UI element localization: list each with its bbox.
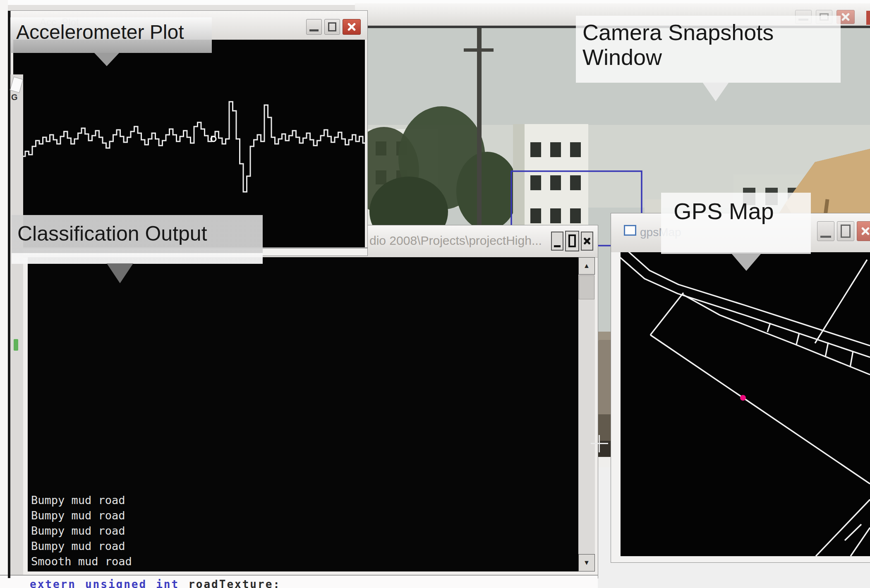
console-scrollbar[interactable]: ▲ ▼ <box>578 257 595 571</box>
accelerometer-callout-tail <box>94 53 119 66</box>
gps-callout-text: GPS Map <box>661 193 811 225</box>
code-line: externunsignedintroadTexture; <box>30 578 290 588</box>
acc-close-button[interactable] <box>343 19 361 35</box>
acc-maximize-button[interactable] <box>324 19 340 35</box>
ide-left-strip[interactable]: G <box>10 74 23 575</box>
console-line: Bumpy mud road <box>31 492 132 508</box>
code-token: extern <box>30 578 76 588</box>
gps-maximize-button[interactable] <box>837 221 854 241</box>
console-title: dio 2008\Projects\projectHigh... <box>369 234 542 248</box>
gps-callout: GPS Map <box>661 193 811 254</box>
desktop: dio 2008\Projects\projectHigh... Bumpy m… <box>0 0 870 588</box>
map-road <box>815 260 867 343</box>
camera-callout-line1: Camera Snapshots <box>576 16 841 45</box>
console-maximize-button[interactable] <box>565 231 579 251</box>
camera-callout-tail <box>702 82 729 101</box>
margin-glyph: G <box>11 93 18 102</box>
console-line: Bumpy mud road <box>31 538 132 554</box>
scroll-up-button[interactable]: ▲ <box>578 257 595 275</box>
map-road <box>816 500 870 556</box>
camera-callout: Camera Snapshots Window <box>576 16 841 83</box>
classification-callout: Classification Output <box>12 215 263 264</box>
folded-page-icon <box>10 76 23 93</box>
camera-callout-line2: Window <box>576 45 841 69</box>
map-road <box>683 294 870 375</box>
code-editor-strip: externunsignedintroadTexture; <box>0 575 598 588</box>
gps-position-marker <box>740 395 746 401</box>
accelerometer-callout: Accelerometer Plot <box>10 17 212 53</box>
gps-minimize-button[interactable] <box>817 221 834 241</box>
breakpoint-indicator <box>14 339 18 351</box>
left-white-column <box>0 0 8 588</box>
code-token: unsigned <box>85 578 147 588</box>
acc-minimize-button[interactable] <box>306 19 322 35</box>
map-road <box>621 256 870 357</box>
classification-callout-text: Classification Output <box>12 215 263 246</box>
map-road <box>850 351 853 367</box>
console-line: Bumpy mud road <box>31 523 132 538</box>
map-road <box>650 293 683 335</box>
gps-callout-tail <box>731 253 761 271</box>
map-road <box>845 524 861 540</box>
map-road <box>767 323 770 332</box>
console-output: Bumpy mud roadBumpy mud roadBumpy mud ro… <box>28 257 578 571</box>
console-line: Smooth mud road <box>31 554 132 569</box>
classification-callout-tail <box>107 263 133 283</box>
console-minimize-button[interactable] <box>551 232 563 251</box>
gps-road-map <box>621 252 870 556</box>
gps-window-icon <box>624 225 636 236</box>
camera-close-sliver[interactable] <box>866 11 870 25</box>
console-close-button[interactable] <box>581 232 593 251</box>
gps-close-button[interactable] <box>857 221 870 241</box>
code-token: roadTexture; <box>188 578 281 588</box>
console-line: Bumpy mud road <box>31 508 132 523</box>
crosshair-cursor <box>591 435 608 452</box>
code-token: int <box>156 578 179 588</box>
map-road <box>650 335 870 484</box>
gps-map-area <box>621 252 870 556</box>
map-road <box>796 333 799 344</box>
accelerometer-callout-text: Accelerometer Plot <box>10 17 212 43</box>
scroll-thumb[interactable] <box>579 275 594 299</box>
scroll-down-button[interactable]: ▼ <box>578 554 595 571</box>
map-road <box>825 342 828 357</box>
